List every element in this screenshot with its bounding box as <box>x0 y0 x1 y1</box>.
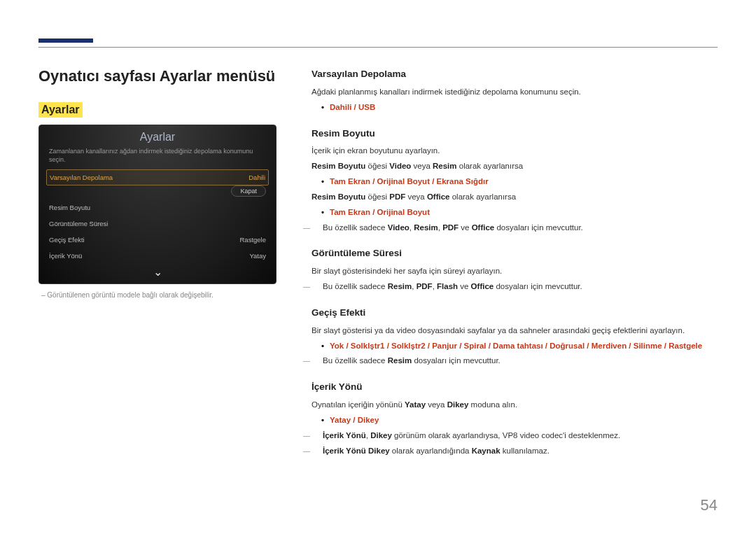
settings-ui-mock: Ayarlar Zamanlanan kanallarınız ağdan in… <box>38 125 276 284</box>
ui-row-transition: Geçiş Efekti Rastgele <box>39 232 276 248</box>
ui-row-default-storage: Varsayılan Depolama Dahili <box>46 169 269 185</box>
ui-mock-desc: Zamanlanan kanallarınız ağdan indirmek i… <box>39 148 276 169</box>
chevron-down-icon: ⌄ <box>39 264 276 278</box>
heading-transition: Geçiş Efekti <box>312 306 718 321</box>
heading-image-size: Resim Boyutu <box>312 127 718 141</box>
left-footnote: – Görüntülenen görüntü modele bağlı olar… <box>38 291 276 299</box>
settings-highlight: Ayarlar <box>38 102 83 118</box>
section-orientation: İçerik Yönü Oynatılan içeriğin yönünü Ya… <box>312 380 718 457</box>
ui-row-duration: Görüntüleme Süresi <box>39 216 276 232</box>
section-transition: Geçiş Efekti Bir slayt gösterisi ya da v… <box>312 306 718 367</box>
section-duration: Görüntüleme Süresi Bir slayt gösterisind… <box>312 246 718 293</box>
heading-default-storage: Varsayılan Depolama <box>312 67 718 82</box>
page-number: 54 <box>701 496 718 514</box>
page-title: Oynatıcı sayfası Ayarlar menüsü <box>38 67 276 85</box>
ui-row-orientation: İçerik Yönü Yatay <box>39 248 276 264</box>
ui-mock-title: Ayarlar <box>39 125 276 148</box>
section-image-size: Resim Boyutu İçerik için ekran boyutunu … <box>312 127 718 234</box>
heading-duration: Görüntüleme Süresi <box>312 246 718 261</box>
section-default-storage: Varsayılan Depolama Ağdaki planlanmış ka… <box>312 67 718 114</box>
heading-orientation: İçerik Yönü <box>312 380 718 395</box>
ui-row-image-size: Resim Boyutu <box>39 199 276 216</box>
close-button: Kapat <box>231 185 266 197</box>
ui-close-row: Kapat <box>39 185 276 199</box>
